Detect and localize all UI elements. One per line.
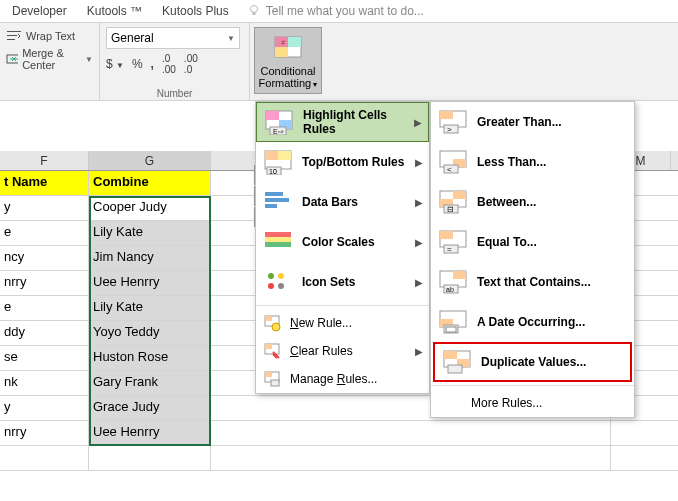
duplicate-values-icon: [441, 346, 473, 378]
accounting-format-button[interactable]: $ ▼: [106, 57, 124, 71]
svg-rect-1: [252, 12, 255, 15]
wrap-icon: [6, 29, 22, 43]
comma-format-button[interactable]: ,: [151, 57, 154, 71]
conditional-formatting-menu: E⇨ Highlight Cells Rules ▶ 10 Top/Bottom…: [255, 101, 430, 394]
equal-to-item[interactable]: = Equal To...: [431, 222, 634, 262]
icon-sets-icon: [262, 266, 294, 298]
svg-rect-18: [266, 111, 279, 120]
svg-rect-63: [453, 271, 466, 279]
svg-rect-28: [265, 198, 289, 202]
styles-group: ≠ Conditional Formatting ▾ Format as Tab…: [250, 23, 462, 100]
svg-rect-31: [265, 237, 291, 242]
icon-sets-item[interactable]: Icon Sets ▶: [256, 262, 429, 302]
col-g-header[interactable]: G: [89, 151, 211, 170]
number-format-dropdown[interactable]: General ▼: [106, 27, 240, 49]
header-cell-f[interactable]: t Name: [0, 171, 89, 195]
svg-rect-46: [440, 111, 453, 119]
conditional-formatting-icon: ≠: [272, 31, 304, 63]
svg-rect-43: [265, 372, 272, 377]
date-occurring-item[interactable]: A Date Occurring...: [431, 302, 634, 342]
svg-rect-41: [265, 344, 272, 349]
tab-kutools[interactable]: Kutools ™: [77, 1, 152, 21]
tab-developer[interactable]: Developer: [2, 1, 77, 21]
submenu-arrow-icon: ▶: [414, 117, 422, 128]
more-rules-item[interactable]: More Rules...: [431, 389, 634, 417]
percent-format-button[interactable]: %: [132, 57, 143, 71]
clear-rules-item[interactable]: Clear Rules ▶: [256, 337, 429, 365]
dropdown-arrow-icon: ▼: [227, 34, 235, 43]
top-bottom-icon: 10: [262, 146, 294, 178]
svg-point-36: [278, 283, 284, 289]
svg-rect-2: [7, 31, 21, 32]
text-contains-icon: ab: [437, 266, 469, 298]
svg-rect-4: [7, 39, 15, 40]
new-rule-item[interactable]: New Rule...: [256, 309, 429, 337]
header-cell-g[interactable]: Combine: [89, 171, 211, 195]
svg-rect-27: [265, 192, 283, 196]
svg-rect-23: [265, 151, 278, 160]
svg-rect-24: [278, 151, 291, 160]
svg-point-34: [278, 273, 284, 279]
submenu-arrow-icon: ▶: [415, 277, 423, 288]
greater-than-item[interactable]: > Greater Than...: [431, 102, 634, 142]
wrap-text-button[interactable]: Wrap Text: [6, 27, 93, 45]
alignment-group: Wrap Text Merge & Center ▼: [0, 23, 100, 100]
between-item[interactable]: ⊟ Between...: [431, 182, 634, 222]
svg-text:⊟: ⊟: [447, 205, 454, 214]
svg-rect-3: [7, 35, 17, 36]
svg-point-35: [268, 283, 274, 289]
new-rule-icon: [262, 313, 282, 333]
svg-rect-73: [448, 365, 462, 373]
less-than-item[interactable]: < Less Than...: [431, 142, 634, 182]
svg-point-33: [268, 273, 274, 279]
top-bottom-rules-item[interactable]: 10 Top/Bottom Rules ▶: [256, 142, 429, 182]
manage-rules-icon: [262, 369, 282, 389]
svg-rect-44: [271, 380, 279, 386]
text-contains-item[interactable]: ab Text that Contains...: [431, 262, 634, 302]
data-bars-item[interactable]: Data Bars ▶: [256, 182, 429, 222]
svg-rect-55: [453, 191, 466, 199]
svg-rect-59: [440, 231, 453, 239]
submenu-arrow-icon: ▶: [415, 197, 423, 208]
tellme-search[interactable]: Tell me what you want to do...: [239, 4, 424, 18]
number-group-label: Number: [100, 88, 249, 99]
highlight-cells-rules-item[interactable]: E⇨ Highlight Cells Rules ▶: [256, 102, 429, 142]
decrease-decimal-button[interactable]: .00.0: [184, 53, 198, 75]
svg-text:=: =: [447, 245, 452, 254]
date-occurring-icon: [437, 306, 469, 338]
color-scales-icon: [262, 226, 294, 258]
number-group: General ▼ $ ▼ % , .0.00 .00.0 Number: [100, 23, 250, 100]
svg-point-0: [250, 6, 257, 13]
highlight-cells-submenu: > Greater Than... < Less Than... ⊟ Betwe…: [430, 101, 635, 418]
increase-decimal-button[interactable]: .0.00: [162, 53, 176, 75]
svg-rect-9: [275, 47, 288, 57]
svg-text:<: <: [447, 165, 452, 174]
dropdown-arrow-icon: ▼: [85, 55, 93, 64]
merge-icon: [6, 52, 18, 66]
submenu-arrow-icon: ▶: [415, 346, 423, 357]
svg-rect-29: [265, 204, 277, 208]
svg-rect-38: [265, 316, 272, 321]
between-icon: ⊟: [437, 186, 469, 218]
svg-text:>: >: [447, 125, 452, 134]
data-bars-icon: [262, 186, 294, 218]
highlight-cells-icon: E⇨: [263, 106, 295, 138]
color-scales-item[interactable]: Color Scales ▶: [256, 222, 429, 262]
submenu-arrow-icon: ▶: [415, 157, 423, 168]
tab-kutoolsplus[interactable]: Kutools Plus: [152, 1, 239, 21]
merge-center-button[interactable]: Merge & Center ▼: [6, 45, 93, 73]
submenu-arrow-icon: ▶: [415, 237, 423, 248]
svg-rect-32: [265, 242, 291, 247]
svg-text:ab: ab: [446, 286, 454, 293]
conditional-formatting-button[interactable]: ≠ Conditional Formatting ▾: [254, 27, 322, 94]
col-f-header[interactable]: F: [0, 151, 89, 170]
manage-rules-item[interactable]: Manage Rules...: [256, 365, 429, 393]
svg-rect-71: [444, 351, 457, 359]
duplicate-values-item[interactable]: Duplicate Values...: [433, 342, 632, 382]
svg-point-39: [272, 323, 280, 331]
lightbulb-icon: [247, 4, 261, 18]
less-than-icon: <: [437, 146, 469, 178]
svg-text:≠: ≠: [281, 38, 286, 47]
greater-than-icon: >: [437, 106, 469, 138]
svg-rect-30: [265, 232, 291, 237]
